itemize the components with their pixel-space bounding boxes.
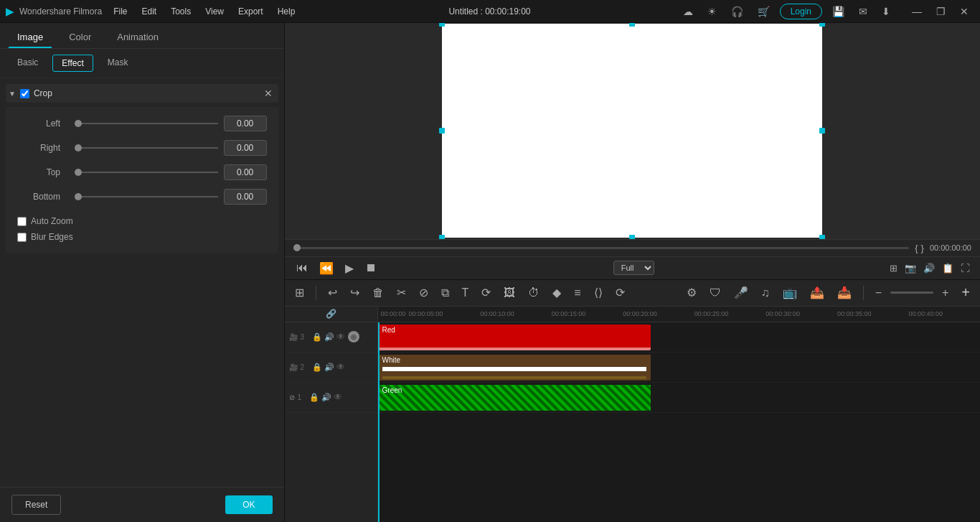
stop-button[interactable]: ⏹ <box>362 260 380 276</box>
crop-top-slider[interactable] <box>75 172 218 173</box>
split-button[interactable]: ⟨⟩ <box>590 283 607 302</box>
crop-bottom-value[interactable] <box>224 189 267 205</box>
redo-button[interactable]: ↪ <box>346 283 364 302</box>
zoom-in-button[interactable]: + <box>938 284 953 302</box>
clip-white[interactable]: White <box>378 355 651 381</box>
handle-bottom-right[interactable] <box>819 235 825 238</box>
chevron-down-icon[interactable]: ▼ <box>9 90 16 98</box>
menu-file[interactable]: File <box>108 5 133 18</box>
step-back-button[interactable]: ⏪ <box>316 260 336 276</box>
menu-tools[interactable]: Tools <box>165 5 197 18</box>
handle-top-center[interactable] <box>629 23 635 27</box>
track-3-vol-icon[interactable]: 🔊 <box>324 332 334 342</box>
crop-enabled-checkbox[interactable] <box>20 89 29 98</box>
email-icon[interactable]: ✉ <box>854 4 872 19</box>
sub-tab-basic[interactable]: Basic <box>9 55 47 72</box>
playlist-icon[interactable]: 📋 <box>941 261 955 275</box>
handle-middle-left[interactable] <box>439 128 445 134</box>
track-3-target-icon[interactable]: ◎ <box>348 331 359 342</box>
text-button[interactable]: T <box>458 284 473 302</box>
menu-edit[interactable]: Edit <box>136 5 163 18</box>
menu-export[interactable]: Export <box>232 5 269 18</box>
music-icon[interactable]: ♫ <box>757 284 774 302</box>
ok-button[interactable]: OK <box>225 495 272 514</box>
crop-right-slider[interactable] <box>75 147 218 149</box>
media-button[interactable]: 🖼 <box>499 284 519 302</box>
marker-button[interactable]: ◆ <box>548 283 565 302</box>
sub-tab-mask[interactable]: Mask <box>99 55 137 72</box>
track-2-vol-icon[interactable]: 🔊 <box>324 363 334 372</box>
link-tracks-icon[interactable]: 🔗 <box>326 309 336 319</box>
track-2-eye-icon[interactable]: 👁 <box>336 362 345 372</box>
handle-top-left[interactable] <box>439 23 445 27</box>
handle-middle-right[interactable] <box>819 128 825 134</box>
fullscreen-icon[interactable]: ⛶ <box>959 261 971 275</box>
mic-icon[interactable]: 🎤 <box>730 283 753 302</box>
tab-animation[interactable]: Animation <box>108 27 167 48</box>
track-1-vol-icon[interactable]: 🔊 <box>321 393 331 402</box>
headphone-icon[interactable]: 🎧 <box>727 4 748 19</box>
cart-icon[interactable]: 🛒 <box>753 4 774 19</box>
speed-button[interactable]: ⟳ <box>611 283 629 302</box>
tab-color[interactable]: Color <box>60 27 100 48</box>
copy-button[interactable]: ⧉ <box>437 284 453 302</box>
bracket-open-icon[interactable]: { <box>915 243 918 253</box>
monitor-icon[interactable]: 📺 <box>778 283 801 302</box>
login-button[interactable]: Login <box>780 4 822 19</box>
crop-left-slider[interactable] <box>75 123 218 124</box>
sun-icon[interactable]: ☀ <box>703 4 721 19</box>
export-icon[interactable]: 📤 <box>806 283 829 302</box>
reset-button[interactable]: Reset <box>11 495 61 515</box>
playhead-handle[interactable] <box>293 244 301 251</box>
close-section-icon[interactable]: ✕ <box>264 88 273 99</box>
snap-grid-button[interactable]: ⊞ <box>291 283 308 302</box>
cut-button[interactable]: ✂ <box>392 283 410 302</box>
timer-button[interactable]: ⏱ <box>524 284 544 302</box>
auto-zoom-checkbox[interactable] <box>17 217 27 226</box>
menu-view[interactable]: View <box>199 5 230 18</box>
track-2-lock-icon[interactable]: 🔒 <box>312 363 322 372</box>
undo-button[interactable]: ↩ <box>324 283 341 302</box>
save-icon[interactable]: 💾 <box>828 4 849 19</box>
add-track-button[interactable]: + <box>957 281 974 304</box>
tab-image[interactable]: Image <box>9 27 52 48</box>
zoom-out-button[interactable]: − <box>871 284 886 302</box>
settings-button[interactable]: ≡ <box>570 284 585 302</box>
bracket-close-icon[interactable]: } <box>921 243 924 253</box>
crop-top-value[interactable] <box>224 164 267 180</box>
skip-back-button[interactable]: ⏮ <box>293 260 311 276</box>
shield-icon[interactable]: 🛡 <box>705 284 725 302</box>
handle-bottom-left[interactable] <box>439 235 445 238</box>
minimize-button[interactable]: — <box>906 4 928 19</box>
blur-edges-checkbox[interactable] <box>17 233 27 242</box>
volume-icon[interactable]: 🔊 <box>922 261 936 275</box>
track-3-eye-icon[interactable]: 👁 <box>336 332 345 342</box>
fit-screen-icon[interactable]: ⊞ <box>888 261 899 275</box>
maximize-button[interactable]: ❐ <box>930 4 951 19</box>
import-icon[interactable]: 📥 <box>833 283 856 302</box>
track-3-lock-icon[interactable]: 🔒 <box>312 332 322 342</box>
track-1-lock-icon[interactable]: 🔒 <box>309 393 319 402</box>
handle-bottom-center[interactable] <box>629 235 635 238</box>
zoom-select[interactable]: Full 75% 50% <box>613 261 654 275</box>
zoom-level-slider[interactable] <box>890 292 933 294</box>
crop-bottom-slider[interactable] <box>75 196 218 197</box>
disable-button[interactable]: ⊘ <box>415 283 433 302</box>
track-1-eye-icon[interactable]: 👁 <box>334 392 342 402</box>
cloud-icon[interactable]: ☁ <box>679 4 697 19</box>
close-button[interactable]: ✕ <box>954 4 974 19</box>
rotate-button[interactable]: ⟳ <box>477 283 495 302</box>
play-button[interactable]: ▶ <box>342 260 357 276</box>
snapshot-icon[interactable]: 📷 <box>903 261 918 275</box>
clip-red[interactable]: Red <box>378 325 651 350</box>
download-icon[interactable]: ⬇ <box>877 4 895 19</box>
menu-help[interactable]: Help <box>272 5 301 18</box>
clip-green[interactable]: Green <box>378 385 651 411</box>
sub-tab-effect[interactable]: Effect <box>52 55 93 72</box>
crop-right-value[interactable] <box>224 140 267 156</box>
crop-left-value[interactable] <box>224 116 267 131</box>
playback-slider[interactable] <box>293 247 910 249</box>
handle-top-right[interactable] <box>819 23 825 27</box>
delete-button[interactable]: 🗑 <box>368 284 388 302</box>
effects-settings-icon[interactable]: ⚙ <box>682 283 701 302</box>
